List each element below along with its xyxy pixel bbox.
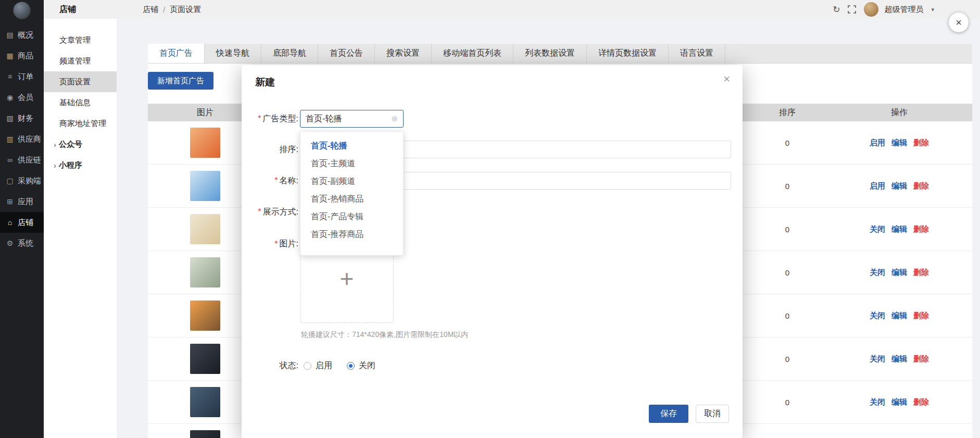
- shop-icon: ⌂: [6, 218, 14, 227]
- sidebar-item-finance[interactable]: ▧财务: [0, 108, 44, 129]
- tab-footer-nav[interactable]: 底部导航: [261, 44, 318, 63]
- overview-icon: ▤: [6, 31, 14, 39]
- topbar: 店铺 店铺/页面设置 ↻ 超级管理员 ▾: [44, 0, 980, 19]
- breadcrumb: 店铺/页面设置: [143, 5, 201, 15]
- dropdown-option-1[interactable]: 首页-轮播: [300, 137, 403, 155]
- row-edit-link[interactable]: 编辑: [891, 138, 907, 148]
- status-label: 状态:: [242, 360, 298, 371]
- sidebar-item-label: 会员: [18, 93, 33, 103]
- tab-search-settings[interactable]: 搜索设置: [375, 44, 432, 63]
- status-radio-1[interactable]: 启用: [304, 360, 332, 371]
- user-avatar[interactable]: [864, 2, 878, 17]
- chevron-right-icon: ›: [54, 140, 56, 149]
- row-edit-link[interactable]: 编辑: [891, 397, 907, 407]
- row-status-link[interactable]: 启用: [870, 181, 885, 191]
- page-close-button[interactable]: ×: [949, 12, 969, 32]
- modal-close-icon[interactable]: ×: [723, 72, 730, 86]
- breadcrumb-item[interactable]: 页面设置: [170, 5, 201, 15]
- product-image: [190, 344, 220, 374]
- dropdown-option-6[interactable]: 首页-推荐商品: [300, 226, 403, 243]
- primary-nav: ▤概况▦商品≡订单◉会员▧财务▥供应商∞供应链▢采购端⊞应用⌂店铺⚙系统: [0, 24, 44, 254]
- sidebar-item-supplier[interactable]: ▥供应商: [0, 129, 44, 149]
- submenu-item-label: 小程序: [59, 160, 82, 170]
- sidebar-item-system[interactable]: ⚙系统: [0, 233, 44, 254]
- row-edit-link[interactable]: 编辑: [891, 224, 907, 234]
- add-home-ad-button[interactable]: 新增首页广告: [148, 72, 213, 90]
- label-text: 图片:: [280, 239, 298, 249]
- submenu-item-articles[interactable]: 文章管理: [44, 30, 117, 51]
- sidebar-item-label: 系统: [18, 239, 33, 248]
- row-delete-link[interactable]: 删除: [913, 354, 929, 364]
- save-button[interactable]: 保存: [649, 405, 688, 423]
- sidebar-item-procurement[interactable]: ▢采购端: [0, 170, 44, 191]
- sidebar-item-overview[interactable]: ▤概况: [0, 24, 44, 45]
- app-logo[interactable]: [13, 2, 31, 19]
- row-delete-link[interactable]: 删除: [913, 138, 929, 148]
- product-image: [190, 128, 220, 158]
- row-delete-link[interactable]: 删除: [913, 397, 929, 407]
- dropdown-option-4[interactable]: 首页-热销商品: [300, 190, 403, 208]
- primary-sidebar: ▤概况▦商品≡订单◉会员▧财务▥供应商∞供应链▢采购端⊞应用⌂店铺⚙系统: [0, 0, 44, 438]
- fullscreen-icon[interactable]: [848, 5, 856, 14]
- tab-detail-data-settings[interactable]: 详情页数据设置: [587, 44, 669, 63]
- user-name[interactable]: 超级管理员: [884, 5, 923, 15]
- row-status-link[interactable]: 关闭: [870, 268, 885, 278]
- required-mark: *: [274, 240, 278, 249]
- row-actions-cell: 关闭编辑删除: [826, 311, 972, 321]
- submenu-title: 店铺: [44, 4, 117, 15]
- row-delete-link[interactable]: 删除: [913, 268, 929, 278]
- submenu-item-basic-info[interactable]: 基础信息: [44, 92, 117, 113]
- sidebar-item-goods[interactable]: ▦商品: [0, 45, 44, 66]
- caret-down-icon: ▾: [931, 6, 934, 13]
- dropdown-option-5[interactable]: 首页-产品专辑: [300, 208, 403, 226]
- submenu-item-channels[interactable]: 频道管理: [44, 51, 117, 71]
- tab-list-data-settings[interactable]: 列表数据设置: [513, 44, 587, 63]
- tab-language-settings[interactable]: 语言设置: [669, 44, 725, 63]
- sidebar-item-apps[interactable]: ⊞应用: [0, 191, 44, 212]
- dropdown-option-3[interactable]: 首页-副频道: [300, 172, 403, 190]
- row-status-link[interactable]: 关闭: [870, 311, 885, 321]
- submenu-item-mini-program[interactable]: ›小程序: [44, 155, 117, 176]
- row-edit-link[interactable]: 编辑: [891, 181, 907, 191]
- row-status-link[interactable]: 关闭: [870, 354, 885, 364]
- sidebar-item-supply-chain[interactable]: ∞供应链: [0, 149, 44, 170]
- tab-bar: 首页广告快速导航底部导航首页公告搜索设置移动端首页列表列表数据设置详情页数据设置…: [148, 44, 972, 64]
- product-image: [190, 301, 220, 331]
- refresh-icon[interactable]: ↻: [833, 4, 840, 15]
- members-icon: ◉: [6, 93, 14, 102]
- breadcrumb-item[interactable]: 店铺: [143, 5, 158, 15]
- dropdown-option-2[interactable]: 首页-主频道: [300, 155, 403, 172]
- tab-mobile-home-list[interactable]: 移动端首页列表: [432, 44, 513, 63]
- status-radio-2[interactable]: 关闭: [347, 360, 375, 371]
- tab-home-notice[interactable]: 首页公告: [318, 44, 375, 63]
- radio-dot: [304, 362, 311, 370]
- row-edit-link[interactable]: 编辑: [891, 311, 907, 321]
- row-edit-link[interactable]: 编辑: [891, 268, 907, 278]
- row-delete-link[interactable]: 删除: [913, 224, 929, 234]
- clear-icon[interactable]: ⊗: [391, 114, 398, 123]
- display-mode-field: * 展示方式:: [242, 203, 298, 221]
- product-image: [190, 257, 220, 287]
- row-delete-link[interactable]: 删除: [913, 181, 929, 191]
- tab-quick-nav[interactable]: 快速导航: [205, 44, 261, 63]
- row-edit-link[interactable]: 编辑: [891, 354, 907, 364]
- row-delete-link[interactable]: 删除: [913, 311, 929, 321]
- breadcrumb-separator: /: [163, 5, 165, 14]
- sidebar-item-members[interactable]: ◉会员: [0, 87, 44, 108]
- row-actions-cell: 启用编辑删除: [826, 138, 972, 148]
- submenu-item-official-account[interactable]: ›公众号: [44, 134, 117, 155]
- row-actions-cell: 关闭编辑删除: [826, 397, 972, 407]
- apps-icon: ⊞: [6, 197, 14, 206]
- row-status-link[interactable]: 启用: [870, 138, 885, 148]
- ad-type-select[interactable]: 首页-轮播 ⊗: [300, 110, 404, 128]
- sidebar-item-orders[interactable]: ≡订单: [0, 66, 44, 87]
- row-status-link[interactable]: 关闭: [870, 397, 885, 407]
- modal-title: 新建: [255, 76, 275, 89]
- row-actions-cell: 关闭编辑删除: [826, 354, 972, 364]
- row-status-link[interactable]: 关闭: [870, 224, 885, 234]
- tab-home-ads[interactable]: 首页广告: [148, 44, 205, 63]
- submenu-item-page-settings[interactable]: 页面设置: [44, 71, 117, 92]
- sidebar-item-shop[interactable]: ⌂店铺: [0, 212, 44, 233]
- submenu-item-address[interactable]: 商家地址管理: [44, 113, 117, 134]
- cancel-button[interactable]: 取消: [696, 405, 729, 423]
